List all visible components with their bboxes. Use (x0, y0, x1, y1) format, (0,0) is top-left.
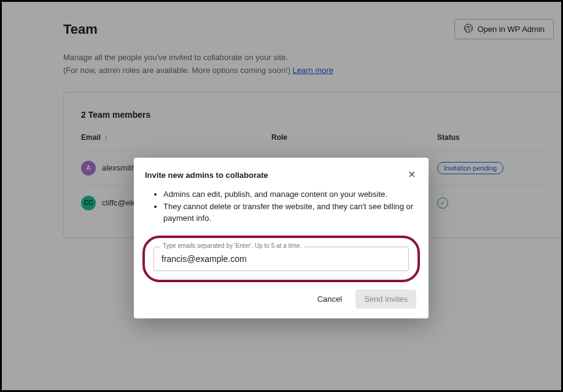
modal-bullets: Admins can edit, publish, and manage con… (145, 188, 417, 225)
bullet-item: Admins can edit, publish, and manage con… (163, 188, 417, 201)
invite-modal: Invite new admins to collaborate ✕ Admin… (134, 158, 429, 318)
modal-title: Invite new admins to collaborate (145, 171, 268, 180)
close-button[interactable]: ✕ (405, 169, 417, 181)
email-input-label: Type emails separated by 'Enter'. Up to … (160, 242, 304, 249)
email-input[interactable] (161, 254, 401, 264)
highlight-ring: Type emails separated by 'Enter'. Up to … (142, 236, 420, 282)
email-input-wrap[interactable]: Type emails separated by 'Enter'. Up to … (153, 247, 409, 271)
bullet-item: They cannot delete or transfer the websi… (163, 201, 417, 225)
cancel-button[interactable]: Cancel (310, 290, 349, 309)
send-invites-button[interactable]: Send invites (355, 290, 416, 309)
close-icon: ✕ (408, 170, 416, 180)
